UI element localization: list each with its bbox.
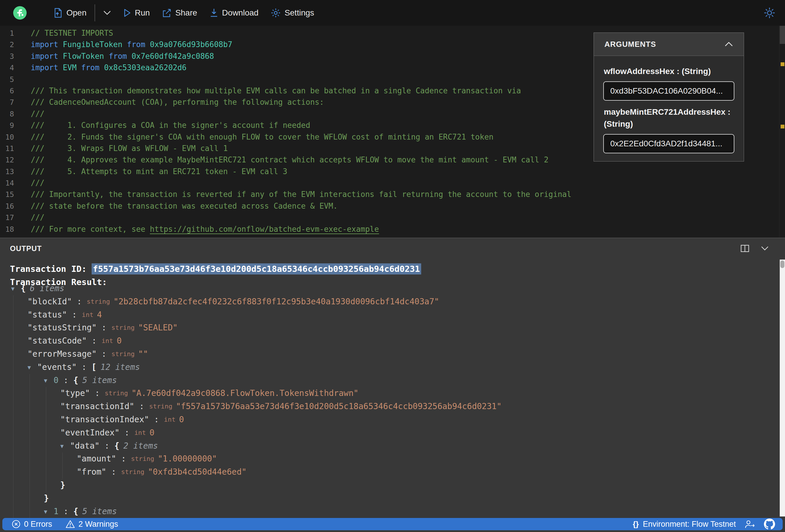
indent-guide [13, 308, 14, 322]
flow-playground-window: Open Run Share Downloa [0, 0, 785, 532]
code-token: // TESTNET IMPORTS [31, 29, 113, 37]
output-title: OUTPUT [10, 244, 42, 253]
open-menu-chevron[interactable] [97, 4, 117, 22]
settings-button[interactable]: Settings [264, 4, 320, 22]
line-number: 10 [0, 131, 22, 143]
json-tree-row: ▼0 : {5 items [0, 374, 773, 387]
transaction-result-tree: ▼{6 items"blockId" : string"2b28cbfb87da… [0, 282, 773, 518]
code-token: /// [31, 213, 45, 222]
warning-annotation-marker [781, 62, 784, 66]
editor-scrollbar[interactable] [779, 26, 785, 237]
json-key: "transactionId" [60, 400, 134, 413]
json-tree-row: "blockId" : string"2b28cbfb87da2cfec4f02… [0, 295, 773, 308]
code-token: /// 4. Approves the example MaybeMintERC… [31, 155, 549, 164]
expander-triangle-icon[interactable]: ▼ [44, 374, 54, 387]
indent-guide [13, 439, 14, 453]
json-key: "data" [70, 439, 100, 453]
chevron-up-icon[interactable] [725, 42, 733, 47]
json-key: "statusString" [27, 321, 97, 334]
flow-logo[interactable] [13, 6, 27, 20]
indent-guide [46, 400, 46, 413]
colon: : [58, 505, 73, 518]
argument-label-wflowAddressHex: wflowAddressHex : (String) [604, 65, 734, 77]
indent-guide [13, 400, 14, 413]
download-label: Download [222, 8, 259, 18]
arguments-panel-header[interactable]: ARGUMENTS [594, 33, 744, 56]
json-value: 4 [97, 308, 102, 322]
share-button[interactable]: Share [156, 4, 203, 22]
output-panel: OUTPUT Transaction ID: f557a1573b76aa53e… [0, 237, 785, 532]
run-label: Run [135, 8, 150, 18]
code-text: /// 4. Approves the example MaybeMintERC… [31, 154, 549, 166]
output-scrollbar[interactable] [780, 259, 785, 516]
value-type-label: int [102, 334, 113, 348]
warnings-status[interactable]: 2 Warnings [66, 520, 118, 529]
indent-guide [13, 348, 14, 361]
code-text: /// 2. Funds the signer's COA with enoug… [31, 131, 493, 143]
code-text: import FlowToken from 0x7e60df042a9c0868 [31, 51, 214, 62]
line-number: 1 [0, 27, 22, 39]
json-value: "2b28cbfb87da2cfec4f0232c6f883f0f12c95b3… [113, 295, 439, 308]
warnings-count: 2 Warnings [78, 520, 118, 529]
feedback-icon[interactable] [744, 520, 755, 529]
value-type-label: string [86, 295, 110, 308]
line-number: 15 [0, 189, 22, 200]
colon: : [100, 439, 115, 453]
split-panel-icon[interactable] [740, 245, 749, 252]
code-token: 0x9a0766d93b6608b7 [150, 40, 232, 49]
argument-label-maybeMintERC721AddressHex: maybeMintERC721AddressHex : (String) [604, 106, 734, 130]
opening-bracket: { [73, 505, 78, 518]
code-line-14: 14/// [0, 177, 785, 189]
arguments-title: ARGUMENTS [604, 40, 656, 49]
code-token: FungibleToken [63, 40, 127, 49]
github-icon[interactable] [764, 518, 775, 530]
argument-input-wflowAddressHex[interactable] [603, 81, 734, 101]
expander-triangle-icon[interactable]: ▼ [11, 282, 21, 295]
line-number: 18 [0, 224, 22, 235]
items-count: 12 items [100, 361, 140, 374]
colon: : [77, 361, 92, 374]
json-value: "f557a1573b76aa53e73d46f3e10d200d5c18a65… [176, 400, 502, 413]
line-number: 7 [0, 97, 22, 108]
code-text: /// Importantly, the transaction is reve… [31, 189, 571, 200]
code-token: import [31, 40, 63, 49]
json-key: "status" [27, 308, 67, 322]
collapse-output-chevron-icon[interactable] [761, 246, 768, 251]
json-value: 0 [179, 413, 184, 426]
code-line-13: 13/// 5. Attempts to mint an ERC721 toke… [0, 166, 785, 177]
indent-guide [13, 361, 14, 374]
expander-triangle-icon[interactable]: ▼ [44, 505, 54, 518]
code-link[interactable]: https://github.com/onflow/batched-evm-ex… [150, 225, 379, 234]
items-count: 2 items [124, 439, 158, 453]
errors-status[interactable]: 0 Errors [12, 520, 52, 529]
run-button[interactable]: Run [117, 4, 156, 22]
output-scrollbar-thumb[interactable] [780, 260, 784, 268]
line-number: 2 [0, 39, 22, 50]
open-file-icon [53, 8, 62, 18]
json-key: "blockId" [27, 295, 72, 308]
environment-indicator[interactable]: {} Environment: Flow Testnet [633, 520, 736, 529]
indent-guide [46, 413, 46, 426]
json-value: 0 [117, 334, 122, 348]
value-type-label: int [134, 426, 146, 439]
theme-toggle-button[interactable] [763, 7, 776, 19]
code-token: /// 1. Configures a COA in the signer's … [31, 121, 310, 130]
editor-scrollbar-thumb[interactable] [780, 26, 785, 44]
indent-guide [13, 387, 14, 400]
colon: : [86, 334, 102, 348]
warning-annotation-marker [781, 125, 784, 128]
download-button[interactable]: Download [203, 4, 265, 22]
value-type-label: string [149, 400, 172, 413]
line-number: 4 [0, 62, 22, 73]
expander-triangle-icon[interactable]: ▼ [60, 439, 70, 453]
open-label: Open [67, 8, 86, 18]
indent-guide [13, 452, 14, 465]
json-tree-row: ▼"data" : {2 items [0, 439, 773, 453]
expander-triangle-icon[interactable]: ▼ [27, 361, 37, 374]
argument-input-maybeMintERC721AddressHex[interactable] [603, 134, 734, 153]
json-tree-row: ▼1 : {5 items [0, 505, 773, 518]
items-count: 6 items [30, 282, 65, 295]
json-tree-row: "type" : string"A.7e60df042a9c0868.FlowT… [0, 387, 773, 400]
indent-guide [46, 426, 46, 439]
open-button[interactable]: Open [47, 4, 93, 22]
